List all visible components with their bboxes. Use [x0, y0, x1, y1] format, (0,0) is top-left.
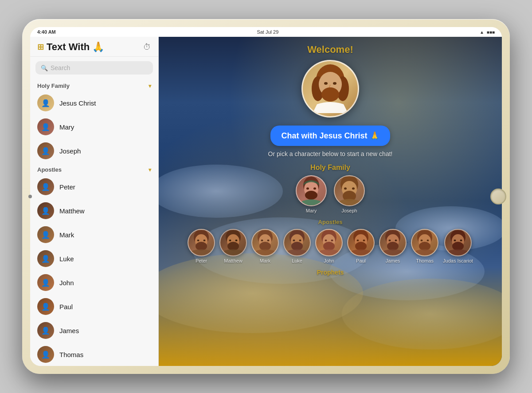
- svg-point-39: [325, 240, 327, 241]
- chevron-down-icon-2: ▾: [149, 167, 151, 173]
- contact-name-luke: Luke: [59, 255, 74, 263]
- group-holy-family[interactable]: Holy Family ▾: [30, 79, 158, 91]
- avatar-item-thomas[interactable]: Thomas: [411, 229, 438, 263]
- avatar-item-mark[interactable]: Mark: [251, 229, 279, 263]
- avatar-item-luke[interactable]: Luke: [283, 229, 311, 263]
- contact-name-paul: Paul: [59, 303, 73, 310]
- tablet-frame: 4:40 AM Sat Jul 29 ▲ ■■■ ⊞ Text With 🙏 ⏱: [22, 19, 510, 374]
- avatar-thomas: 👤: [37, 346, 54, 363]
- avatar-paul: 👤: [37, 298, 54, 315]
- screen: 4:40 AM Sat Jul 29 ▲ ■■■ ⊞ Text With 🙏 ⏱: [30, 27, 502, 366]
- avatar-label-thomas: Thomas: [416, 258, 434, 263]
- wifi-icon: ▲: [480, 30, 484, 35]
- avatar-label-luke: Luke: [292, 258, 302, 263]
- svg-point-14: [344, 187, 347, 189]
- avatar-matthew: 👤: [37, 202, 54, 219]
- avatar-item-james[interactable]: James: [379, 229, 407, 263]
- avatar-label-john: John: [324, 258, 334, 263]
- avatar-circle-mark: [251, 229, 279, 256]
- contact-peter[interactable]: 👤 Peter: [30, 175, 158, 199]
- svg-point-6: [321, 87, 339, 102]
- svg-point-20: [203, 240, 206, 241]
- avatar-jesus: 👤: [37, 94, 54, 111]
- contact-luke[interactable]: 👤 Luke: [30, 247, 158, 271]
- contact-john[interactable]: 👤 John: [30, 271, 158, 295]
- contact-mark[interactable]: 👤 Mark: [30, 223, 158, 247]
- svg-point-60: [460, 240, 462, 241]
- avatar-circle-thomas: [411, 229, 438, 256]
- svg-point-50: [395, 240, 397, 241]
- contact-paul[interactable]: 👤 Paul: [30, 295, 158, 318]
- avatar-circle-matthew: [219, 229, 247, 256]
- search-bar[interactable]: 🔍 Search: [35, 61, 153, 75]
- avatar-item-judas[interactable]: Judas Iscariot: [443, 229, 473, 263]
- history-icon[interactable]: ⏱: [143, 43, 151, 52]
- contact-james[interactable]: 👤 James: [30, 318, 158, 342]
- status-date: Sat Jul 29: [257, 29, 278, 35]
- avatar-circle-mary: [296, 175, 327, 206]
- svg-point-40: [331, 240, 333, 241]
- contact-joseph[interactable]: 👤 Joseph: [30, 139, 158, 163]
- app-title: Text With 🙏: [47, 41, 104, 53]
- contact-name-jesus: Jesus Christ: [59, 99, 96, 107]
- avatar-circle-joseph: [334, 175, 365, 206]
- svg-point-35: [299, 240, 301, 241]
- contact-name-john: John: [59, 279, 74, 287]
- avatar-label-peter: Peter: [196, 258, 207, 263]
- sidebar-title: ⊞ Text With 🙏: [37, 41, 104, 53]
- contact-name-peter: Peter: [59, 183, 75, 191]
- contact-name-joseph: Joseph: [59, 147, 81, 155]
- svg-point-49: [389, 240, 391, 241]
- svg-point-10: [313, 187, 316, 189]
- avatar-james: 👤: [37, 322, 54, 339]
- sidebar-header: ⊞ Text With 🙏 ⏱: [30, 37, 158, 57]
- contact-name-mark: Mark: [59, 231, 74, 239]
- app-content: ⊞ Text With 🙏 ⏱ 🔍 Search Holy Family: [30, 37, 502, 366]
- avatar-label-joseph: Joseph: [341, 208, 357, 213]
- or-text: Or pick a character below to start a new…: [268, 150, 393, 157]
- holy-family-row: Mary: [296, 175, 365, 213]
- avatar-item-mary[interactable]: Mary: [296, 175, 327, 213]
- group-apostles-label: Apostles: [37, 166, 62, 173]
- avatar-item-matthew[interactable]: Matthew: [219, 229, 247, 263]
- svg-point-54: [421, 240, 423, 241]
- svg-point-34: [293, 240, 295, 241]
- contact-jesus[interactable]: 👤 Jesus Christ: [30, 91, 158, 115]
- avatar-john: 👤: [37, 274, 54, 291]
- svg-point-19: [197, 240, 200, 241]
- avatar-item-peter[interactable]: Peter: [188, 229, 215, 263]
- main-content: Welcome!: [159, 37, 502, 366]
- contact-name-thomas: Thomas: [59, 351, 83, 358]
- status-time: 4:40 AM: [37, 29, 56, 35]
- battery-icon: ■■■: [487, 30, 495, 35]
- svg-point-45: [363, 240, 365, 241]
- contact-mary[interactable]: 👤 Mary: [30, 115, 158, 139]
- avatar-circle-paul: [347, 229, 375, 256]
- sidebar: ⊞ Text With 🙏 ⏱ 🔍 Search Holy Family: [30, 37, 159, 366]
- svg-point-11: [305, 191, 317, 200]
- camera: [28, 195, 32, 198]
- contact-name-james: James: [59, 327, 79, 334]
- contact-name-mary: Mary: [59, 123, 74, 131]
- avatar-item-john[interactable]: John: [315, 229, 343, 263]
- svg-point-59: [454, 240, 456, 241]
- svg-point-29: [261, 240, 263, 241]
- sidebar-icon-grid[interactable]: ⊞: [37, 42, 44, 52]
- contact-thomas[interactable]: 👤 Thomas: [30, 342, 158, 366]
- chat-button[interactable]: Chat with Jesus Christ 🙏: [270, 126, 390, 146]
- svg-point-24: [229, 240, 231, 241]
- group-apostles[interactable]: Apostles ▾: [30, 163, 158, 175]
- svg-point-30: [267, 240, 270, 241]
- svg-point-9: [306, 187, 309, 189]
- avatar-label-mark: Mark: [260, 258, 270, 263]
- avatar-item-paul[interactable]: Paul: [347, 229, 375, 263]
- holy-family-section-label: Holy Family: [310, 164, 350, 172]
- main-inner: Welcome!: [159, 37, 502, 366]
- contact-name-matthew: Matthew: [59, 207, 85, 215]
- contact-matthew[interactable]: 👤 Matthew: [30, 199, 158, 223]
- avatar-item-joseph[interactable]: Joseph: [334, 175, 365, 213]
- svg-point-15: [352, 187, 355, 189]
- welcome-text: Welcome!: [307, 44, 353, 55]
- jesus-avatar-large: [301, 60, 359, 118]
- svg-point-25: [235, 240, 238, 241]
